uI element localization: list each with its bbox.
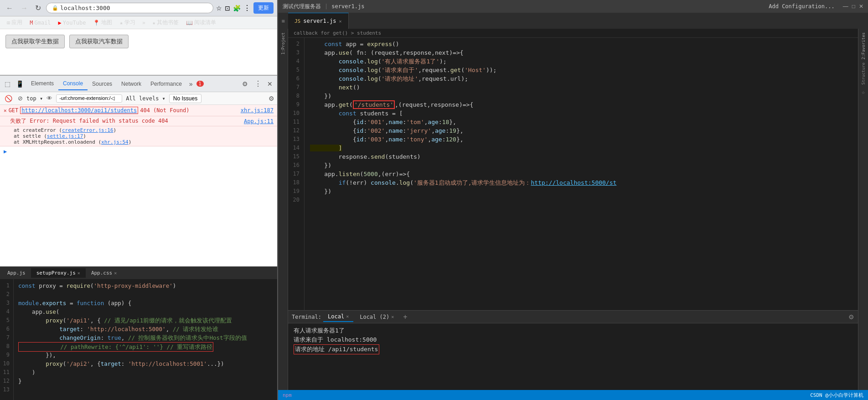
terminal-label: Terminal:	[292, 314, 321, 320]
vs-code-line-11: {id:'001',name:'tom',age:18},	[310, 118, 852, 126]
line-num-4: 4	[0, 307, 10, 316]
bookmark-readlist[interactable]: 📖 阅读清单	[183, 18, 219, 27]
context-selector[interactable]: top ▾	[26, 95, 43, 102]
log-levels[interactable]: All levels ▾	[124, 94, 167, 103]
url-text: localhost:3000	[60, 5, 110, 11]
structure-sidebar-btn[interactable]: Structure	[861, 62, 866, 85]
console-clear-icon[interactable]: 🚫	[3, 94, 14, 103]
terminal-line-2: 请求来自于 localhost:5000	[294, 335, 852, 344]
console-error-text: 失败了 Error: Request failed with status co…	[0, 116, 277, 126]
tab-search-icon[interactable]: ⊡	[225, 5, 230, 12]
tab-network[interactable]: Network	[117, 78, 146, 90]
bookmark-star-icon[interactable]: ☆	[216, 5, 222, 12]
tab-performance[interactable]: Performance	[146, 78, 186, 90]
file-icon: JS	[294, 18, 300, 24]
tab-console[interactable]: Console	[58, 78, 88, 90]
devtools-more-icon[interactable]: ⋮	[252, 78, 264, 90]
vs-ln-13: 13	[288, 135, 300, 144]
get-cars-button[interactable]: 点我获取汽车数据	[69, 35, 129, 48]
vs-ln-16: 16	[288, 161, 300, 170]
folder-icon: ★	[152, 20, 155, 26]
more-icon[interactable]: ⋮	[243, 4, 251, 12]
code-line-3: module.exports = function (app) {	[18, 299, 273, 307]
console-expand[interactable]: ▶	[0, 146, 277, 156]
terminal-close-local[interactable]: ✕	[346, 314, 349, 319]
error-url[interactable]: http://localhost:3000/api1/students	[20, 107, 138, 114]
get-students-button[interactable]: 点我获取学生数据	[5, 35, 65, 48]
vs-tab-sidebar-toggle[interactable]: ≡	[278, 13, 288, 29]
youtube-icon: ▶	[58, 20, 62, 26]
bookmark-apps[interactable]: ⊞ 应用	[4, 18, 26, 27]
bookmark-gmail[interactable]: M Gmail	[26, 19, 54, 27]
update-button[interactable]: 更新	[253, 2, 274, 14]
bookmark-other[interactable]: ★ 其他书签	[149, 18, 182, 27]
tab-close-appcss[interactable]: ✕	[114, 270, 117, 275]
no-issues-button[interactable]: No Issues	[169, 94, 202, 103]
add-config-button[interactable]: Add Configuration...	[769, 3, 835, 10]
vs-ln-4: 4	[288, 57, 300, 66]
devtools-settings-icon[interactable]: ⚙	[238, 78, 252, 89]
vs-code-line-17: app.listen(5000,(err)=>{	[310, 170, 852, 178]
console-settings-icon[interactable]: ⚙	[269, 95, 274, 102]
vs-code-line-7: next()	[310, 83, 852, 92]
terminal-close-local2[interactable]: ✕	[391, 314, 394, 319]
tab-sources[interactable]: Sources	[88, 78, 117, 90]
eye-icon[interactable]: 👁	[45, 94, 54, 103]
vs-code-line-13: {id:'003',name:'tony',age:120},	[310, 135, 852, 144]
terminal-tab-local2[interactable]: Local (2) ✕	[355, 312, 398, 322]
structure-sidebar-label[interactable]: 2:Favorites	[861, 32, 866, 60]
terminal-add-button[interactable]: +	[400, 312, 410, 322]
vs-tab-server1js[interactable]: JS server1.js ✕	[288, 13, 349, 29]
stack-line-1: at createError (createError.js:16)	[14, 127, 274, 133]
back-button[interactable]: ←	[4, 3, 16, 13]
vs-code-line-10: const students = [	[310, 109, 852, 118]
error-icon: ✕	[4, 108, 7, 114]
code-line-7: changeOrigin: true, // 控制服务器收到的请求头中Host字…	[18, 333, 273, 342]
line-num-8: 8	[0, 342, 10, 351]
vs-code-line-19: })	[310, 187, 852, 196]
tab-close-setupproxy[interactable]: ✕	[78, 270, 80, 275]
devtools-more-tabs[interactable]: »	[186, 78, 196, 89]
console-filter-icon[interactable]: ⊘	[16, 94, 25, 103]
bookmark-youtube[interactable]: ▶ YouTube	[55, 19, 89, 27]
project-sidebar-label[interactable]: 1:Project	[281, 32, 285, 55]
vs-code-line-16: })	[310, 161, 852, 170]
code-line-4: app.use(	[18, 307, 273, 316]
error-source-1[interactable]: xhr.js:187	[241, 107, 274, 114]
line-num-9: 9	[0, 351, 10, 359]
stack-trace: at createError (createError.js:16) at se…	[0, 126, 277, 146]
tab-close-server1[interactable]: ✕	[339, 19, 342, 24]
favorites-star-icon[interactable]: ☆	[862, 89, 865, 95]
filter-input[interactable]	[56, 94, 122, 103]
stack-line-2: at settle (settle.js:17)	[14, 133, 274, 139]
code-line-5: proxy('/api1', { // 遇见/api1前缀的请求，就会触发该代理…	[18, 316, 273, 325]
code-line-10: proxy('/api2', {target: 'http://localhos…	[18, 359, 273, 368]
forward-button[interactable]: →	[18, 3, 30, 13]
address-bar[interactable]: 🔒 localhost:3000	[46, 3, 213, 13]
bookmark-maps[interactable]: 📍 地图	[90, 18, 115, 27]
code-line-8: // pathRewrite: {'^/api1': ''} // 重写请求路径	[18, 342, 273, 351]
error-source-2[interactable]: App.js:11	[244, 118, 274, 125]
devtools-device-icon[interactable]: 📱	[13, 78, 26, 89]
devtools-inspect-icon[interactable]: ⬚	[2, 78, 13, 89]
editor-tab-appjs[interactable]: App.js	[2, 268, 31, 278]
terminal-settings-icon[interactable]: ⚙	[848, 313, 854, 321]
terminal-tab-local[interactable]: Local ✕	[323, 312, 353, 322]
tab-elements[interactable]: Elements	[26, 78, 58, 90]
reload-button[interactable]: ↻	[33, 3, 43, 13]
editor-tab-setupproxy[interactable]: setupProxy.js ✕	[31, 268, 86, 278]
editor-tab-appcss[interactable]: App.css ✕	[86, 268, 122, 278]
line-num-2: 2	[0, 290, 10, 299]
minimize-button[interactable]: —	[843, 3, 848, 10]
maximize-button[interactable]: □	[852, 3, 855, 10]
line-num-11: 11	[0, 368, 10, 377]
bookmark-study[interactable]: ★ 学习	[116, 18, 138, 27]
error-status: 404 (Not Found)	[140, 107, 189, 114]
bookmarks-more[interactable]: »	[140, 19, 148, 27]
code-line-9: }),	[18, 351, 273, 359]
devtools-close-icon[interactable]: ✕	[264, 78, 275, 89]
window-close-button[interactable]: ✕	[859, 3, 863, 10]
extension-icon[interactable]: 🧩	[233, 5, 241, 12]
error-method: GET	[9, 107, 19, 114]
line-num-3: 3	[0, 299, 10, 307]
